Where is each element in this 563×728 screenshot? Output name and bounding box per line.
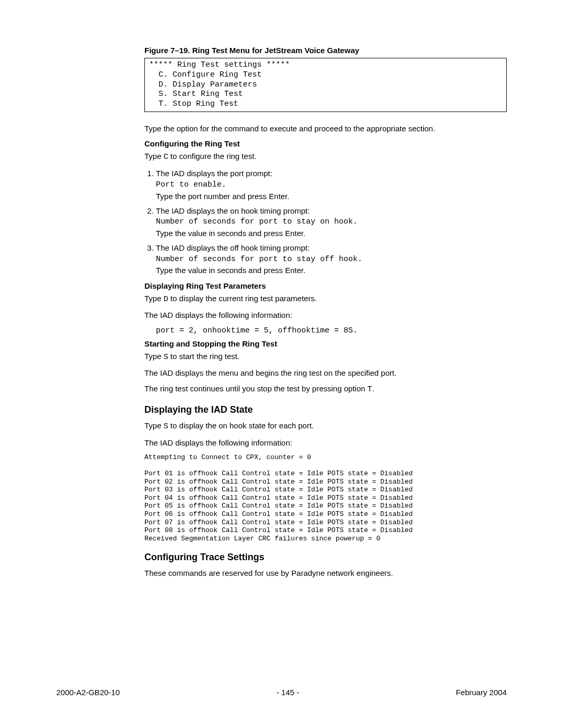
configuring-ring-test-heading: Configuring the Ring Test bbox=[144, 139, 507, 148]
display-type-line: Type D to display the current ring test … bbox=[144, 293, 507, 305]
step-code: Number of seconds for port to stay off h… bbox=[156, 254, 507, 265]
display-info-line: The IAD displays the following informati… bbox=[144, 310, 507, 320]
text-fragment: to start the ring test. bbox=[168, 352, 240, 361]
inline-code: S bbox=[164, 353, 168, 362]
text-fragment: The ring test continues until you stop t… bbox=[144, 384, 368, 393]
inline-code: S bbox=[164, 422, 168, 431]
iad-state-heading: Displaying the IAD State bbox=[144, 404, 507, 415]
footer-center: - 145 - bbox=[276, 688, 299, 697]
step-item: The IAD displays the off hook timing pro… bbox=[156, 242, 507, 276]
iad-type-line: Type S to display the on hook state for … bbox=[144, 421, 507, 432]
display-output: port = 2, onhooktime = 5, offhooktime = … bbox=[156, 326, 507, 335]
terminal-listing: ***** Ring Test settings ***** C. Config… bbox=[144, 58, 507, 112]
step-item: The IAD displays the port prompt: Port t… bbox=[156, 168, 507, 202]
text-fragment: Type bbox=[144, 352, 164, 361]
port-status-dump: Attempting to Connect to CPX, counter = … bbox=[144, 453, 507, 543]
trace-body: These commands are reserved for use by P… bbox=[144, 568, 507, 578]
text-fragment: to display the on hook state for each po… bbox=[168, 421, 314, 430]
inline-code: T bbox=[368, 385, 372, 394]
trace-settings-heading: Configuring Trace Settings bbox=[144, 552, 507, 563]
step-lead: The IAD displays the on hook timing prom… bbox=[156, 206, 310, 215]
footer-right: February 2004 bbox=[456, 688, 507, 697]
stop-info-line: The ring test continues until you stop t… bbox=[144, 384, 507, 395]
step-lead: The IAD displays the off hook timing pro… bbox=[156, 243, 310, 252]
intro-paragraph: Type the option for the command to execu… bbox=[144, 124, 507, 134]
inline-code: C bbox=[164, 153, 168, 162]
footer-left: 2000-A2-GB20-10 bbox=[56, 688, 120, 697]
figure-caption: Figure 7–19. Ring Test Menu for JetStrea… bbox=[144, 46, 507, 55]
text-fragment: . bbox=[372, 384, 374, 393]
step-code: Number of seconds for port to stay on ho… bbox=[156, 216, 507, 228]
text-fragment: Type bbox=[144, 152, 164, 161]
displaying-params-heading: Displaying Ring Test Parameters bbox=[144, 281, 507, 290]
steps-list: The IAD displays the port prompt: Port t… bbox=[144, 168, 507, 276]
inline-code: D bbox=[164, 295, 168, 304]
text-fragment: Type bbox=[144, 294, 164, 303]
start-info-line: The IAD displays the menu and begins the… bbox=[144, 368, 507, 378]
step-item: The IAD displays the on hook timing prom… bbox=[156, 205, 507, 239]
step-tail: Type the value in seconds and press Ente… bbox=[156, 229, 305, 238]
document-page: Figure 7–19. Ring Test Menu for JetStrea… bbox=[0, 0, 563, 579]
page-footer: 2000-A2-GB20-10 - 145 - February 2004 bbox=[56, 688, 507, 697]
iad-info-line: The IAD displays the following informati… bbox=[144, 438, 507, 448]
step-tail: Type the port number and press Enter. bbox=[156, 192, 289, 201]
text-fragment: to display the current ring test paramet… bbox=[168, 294, 317, 303]
step-code: Port to enable. bbox=[156, 179, 507, 191]
text-fragment: Type bbox=[144, 421, 164, 430]
text-fragment: to configure the ring test. bbox=[168, 152, 256, 161]
start-type-line: Type S to start the ring test. bbox=[144, 351, 507, 363]
step-tail: Type the value in seconds and press Ente… bbox=[156, 266, 305, 275]
config-type-line: Type C to configure the ring test. bbox=[144, 151, 507, 163]
step-lead: The IAD displays the port prompt: bbox=[156, 169, 272, 178]
startstop-heading: Starting and Stopping the Ring Test bbox=[144, 339, 507, 348]
